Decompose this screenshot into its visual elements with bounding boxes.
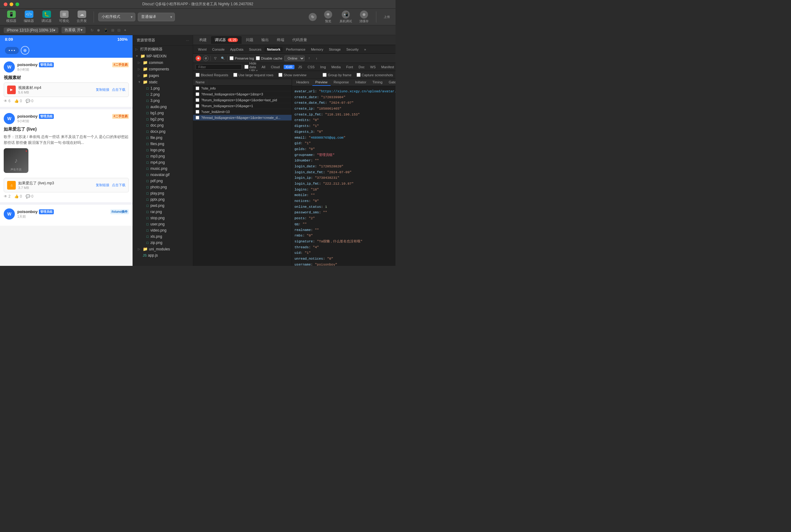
editor-button[interactable]: </> 编辑器: [21, 9, 36, 24]
download-btn[interactable]: 点击下载: [112, 183, 126, 187]
file-panel-menu[interactable]: ···: [186, 38, 189, 43]
request-item[interactable]: ?forum_list&pagesize=20&page=1: [193, 103, 292, 109]
filter-manifest[interactable]: Manifest: [380, 65, 396, 69]
request-item[interactable]: ?user_list&limit=10: [193, 109, 292, 115]
tree-file-files_png[interactable]: □files.png: [133, 141, 193, 147]
record-button[interactable]: ⏺: [196, 56, 201, 61]
compile-dropdown[interactable]: 普通编译: [138, 13, 175, 21]
tab-more[interactable]: »: [362, 47, 368, 52]
tree-file-1_png[interactable]: □1.png: [133, 85, 193, 91]
tab-performance[interactable]: Performance: [283, 47, 308, 52]
visualize-button[interactable]: ⊞ 可视化: [57, 9, 72, 24]
online-dropdown[interactable]: Online: [284, 56, 305, 61]
tree-file-2_png[interactable]: □2.png: [133, 91, 193, 98]
tab-gateway[interactable]: Gatew...: [386, 79, 396, 86]
download-btn[interactable]: 点击下载: [112, 88, 126, 92]
tree-file-docx_png[interactable]: □docx.png: [133, 129, 193, 135]
filter-css[interactable]: CSS: [306, 65, 317, 69]
tab-memory[interactable]: Memory: [308, 47, 326, 52]
upload-icon[interactable]: ↑: [307, 56, 312, 61]
device-selector[interactable]: iPhone 12/13 (Pro) 100% 16▾: [4, 27, 58, 33]
filter-all[interactable]: All: [260, 65, 267, 69]
tree-file-mp3_png[interactable]: □mp3.png: [133, 153, 193, 159]
filter-media[interactable]: Media: [330, 65, 343, 69]
tab-network[interactable]: Network: [264, 47, 283, 52]
filter-ws[interactable]: WS: [368, 65, 378, 69]
show-overview-check[interactable]: Show overview: [278, 73, 307, 77]
tree-components[interactable]: ▷ 📁 components: [133, 66, 193, 72]
tree-file-video_png[interactable]: □video.png: [133, 227, 193, 233]
maximize-button[interactable]: [16, 2, 19, 6]
tab-debugger[interactable]: 调试器 4, 25: [211, 36, 242, 44]
tab-initiator[interactable]: Initiator: [352, 79, 369, 86]
tree-file-pptx_png[interactable]: □pptx.png: [133, 196, 193, 203]
blocked-requests-check[interactable]: Blocked Requests: [196, 73, 228, 77]
tab-appdata[interactable]: AppData: [228, 47, 246, 52]
avatar-url-link[interactable]: https://xiuno.xcxgy.cn/upload/avatar...: [321, 90, 396, 93]
filter-icon[interactable]: ▽: [213, 56, 218, 61]
tree-file-audio_png[interactable]: □audio.png: [133, 104, 193, 110]
mode-dropdown[interactable]: 小程序模式: [98, 13, 135, 21]
request-item[interactable]: ?site_info: [193, 86, 292, 91]
clear-button[interactable]: ⊘: [203, 56, 208, 61]
filter-input[interactable]: [196, 64, 242, 70]
tree-file-mp4_png[interactable]: □mp4.png: [133, 159, 193, 166]
tree-mp-weixin[interactable]: ▼ 📁 MP-WEIXIN: [133, 53, 193, 59]
group-by-frame-check[interactable]: Group by frame: [323, 73, 351, 77]
tree-common[interactable]: ▷ 📁 common: [133, 59, 193, 66]
filter-font[interactable]: Font: [345, 65, 355, 69]
tab-timing[interactable]: Timing: [369, 79, 386, 86]
preview-button[interactable]: 👁 预览: [322, 10, 334, 24]
tree-uni-modules[interactable]: ▷ 📁 uni_modules: [133, 246, 193, 252]
tree-file-bg2_png[interactable]: □bg2.png: [133, 116, 193, 122]
tab-console[interactable]: Console: [210, 47, 227, 52]
tab-code-quality[interactable]: 代码质量: [289, 36, 311, 44]
preserve-log-check[interactable]: Preserve log: [229, 56, 254, 60]
refresh-button[interactable]: ↻: [307, 12, 318, 22]
tab-sources[interactable]: Sources: [246, 47, 264, 52]
tree-file-music_png[interactable]: □music.png: [133, 166, 193, 172]
filter-cloud[interactable]: Cloud: [269, 65, 282, 69]
tree-file-play_png[interactable]: □play.png: [133, 190, 193, 196]
tree-file-photo_png[interactable]: □photo.png: [133, 184, 193, 190]
minimize-button[interactable]: [10, 2, 13, 6]
simulator-button[interactable]: 📱 模拟器: [4, 9, 19, 24]
filter-img[interactable]: Img: [318, 65, 328, 69]
clear-cache-button[interactable]: ⊗ 清缓存: [357, 10, 370, 24]
tree-file-3_png[interactable]: □3.png: [133, 98, 193, 104]
request-item[interactable]: ?thread_list&pagesize=8&page=1&order=cre…: [193, 115, 292, 121]
tree-file-stop_png[interactable]: □stop.png: [133, 215, 193, 221]
disable-cache-check[interactable]: Disable cache: [256, 56, 282, 60]
close-button[interactable]: [4, 2, 7, 6]
copy-link-btn[interactable]: 复制链接: [96, 183, 109, 187]
copy-link-btn[interactable]: 复制链接: [96, 88, 109, 92]
large-rows-check[interactable]: Use large request rows: [233, 73, 273, 77]
tab-preview[interactable]: Preview: [312, 79, 331, 86]
tab-terminal[interactable]: 终端: [273, 36, 288, 44]
tree-file-zip_png[interactable]: □zip.png: [133, 240, 193, 246]
tree-file-xls_png[interactable]: □xls.png: [133, 233, 193, 240]
tab-security[interactable]: Security: [344, 47, 361, 52]
tree-file-rar_png[interactable]: □rar.png: [133, 209, 193, 215]
hot-reload-button[interactable]: 热重载 开▾: [61, 27, 85, 33]
filter-xhr[interactable]: XHR: [284, 65, 294, 69]
tree-file-doc_png[interactable]: □doc.png: [133, 122, 193, 129]
upload-button[interactable]: 上传: [382, 14, 392, 20]
tree-file-file_png[interactable]: □file.png: [133, 135, 193, 141]
tab-build[interactable]: 构建: [196, 36, 210, 44]
tree-open-editors[interactable]: ▷ 打开的编辑器: [133, 46, 193, 53]
disable-cache-checkbox[interactable]: [256, 56, 260, 60]
download-icon[interactable]: ↓: [314, 56, 319, 61]
tree-file-pdf_png[interactable]: □pdf.png: [133, 178, 193, 184]
tree-file-logo_png[interactable]: □logo.png: [133, 147, 193, 153]
tab-output[interactable]: 输出: [258, 36, 273, 44]
tab-issues[interactable]: 问题: [242, 36, 257, 44]
request-item[interactable]: ?forum_list&pagesize=10&page=1&order=las…: [193, 97, 292, 103]
tree-file-noavatar_gif[interactable]: □noavatar.gif: [133, 172, 193, 178]
tree-file-pwd_png[interactable]: □pwd.png: [133, 203, 193, 209]
tree-app-js[interactable]: JS app.js: [133, 252, 193, 259]
tree-file-bg1_png[interactable]: □bg1.png: [133, 110, 193, 116]
real-device-button[interactable]: 📲 真机调试: [338, 10, 354, 24]
tree-static[interactable]: ▼ 📁 static: [133, 79, 193, 85]
preserve-log-checkbox[interactable]: [229, 56, 234, 60]
